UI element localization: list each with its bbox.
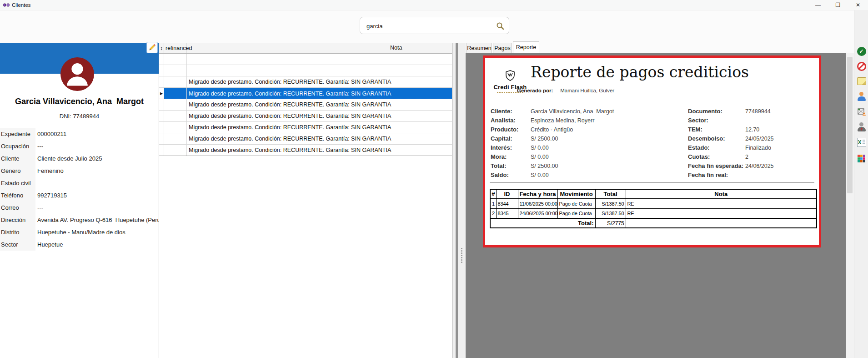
site-map-icon[interactable] [857, 107, 866, 116]
avatar [60, 57, 94, 91]
field-row: ClienteCliente desde Julio 2025 [0, 152, 159, 165]
tab-pagos[interactable]: Pagos [493, 43, 512, 53]
report-field-value: S/ 0.00 [531, 145, 549, 151]
field-label: Correo [0, 202, 35, 214]
report-title: Reporte de pagos crediticios [531, 63, 749, 81]
field-row: DirecciónAvenida AV. Progreso Q-616 Huep… [0, 214, 159, 226]
report-field-label: Fecha fin real: [688, 171, 728, 178]
splitter-grip[interactable] [460, 247, 463, 264]
pencil-icon [148, 44, 156, 51]
report-field-label: Producto: [491, 126, 518, 133]
field-row: Expediente000000211 [0, 128, 159, 140]
notes-grid: ↕ refinanced Nota Migrado desde prestamo… [159, 43, 452, 358]
report-field-value: Espinoza Medina, Royerr [531, 117, 594, 124]
window-title: Clientes [12, 0, 31, 10]
field-value: Cliente desde Julio 2025 [35, 155, 159, 162]
close-icon[interactable]: ✕ [848, 0, 868, 10]
row-marker-icon: ▶ [159, 88, 164, 99]
confirm-icon[interactable]: ✓ [857, 46, 866, 56]
report-field-label: Saldo: [491, 171, 509, 178]
apps-icon[interactable] [857, 154, 866, 163]
client-panel: Garcia Villavicencio, Ana Margot DNI: 77… [0, 43, 159, 358]
report-field-label: Capital: [491, 135, 512, 142]
field-label: Cliente [0, 152, 35, 165]
note-icon[interactable] [857, 76, 866, 86]
report-tabstrip: Resumen Pagos Reporte [466, 41, 846, 53]
report-divider [490, 182, 814, 183]
report-scrollbar[interactable] [846, 53, 854, 358]
col-nota: Nota [626, 189, 817, 199]
col-datetime: Fecha y hora [518, 189, 557, 199]
report-field-label: Fecha fin esperada: [688, 162, 743, 169]
field-label: Sector [0, 238, 35, 251]
report-field-label: Desembolso: [688, 135, 725, 142]
col-id: ID [496, 189, 518, 199]
col-num: # [490, 189, 496, 199]
note-row[interactable]: Migrado desde prestamo. Condición: RECUR… [159, 145, 452, 156]
report-field-value: S/ 0.00 [531, 172, 549, 178]
note-row[interactable] [159, 65, 452, 76]
note-row[interactable] [159, 54, 452, 65]
search-input[interactable] [366, 18, 490, 34]
search-icon[interactable] [496, 22, 504, 30]
pane-splitter[interactable] [452, 43, 466, 358]
report-field-label: Mora: [491, 153, 507, 160]
shield-icon [504, 70, 516, 81]
report-field-value: 2 [745, 154, 748, 160]
grid-header: ↕ refinanced Nota [159, 43, 452, 54]
report-fields: Cliente:Garcia Villavicencio, Ana Margot… [485, 107, 819, 180]
field-value: Huepetue [35, 241, 159, 248]
field-label: Teléfono [0, 189, 35, 202]
field-label: Dirección [0, 214, 35, 226]
report-field-value: 77489944 [745, 108, 771, 115]
note-row-selected[interactable]: ▶Migrado desde prestamo. Condición: RECU… [159, 88, 452, 99]
excel-export-icon[interactable]: X [857, 137, 866, 147]
column-header-refinanced[interactable]: refinanced [164, 43, 186, 53]
client-dni: DNI: 77489944 [0, 113, 159, 120]
report-field-label: Interés: [491, 144, 512, 151]
col-total: Total [595, 189, 626, 199]
field-value: Huepetuhe - Manu/Madre de dios [35, 229, 159, 236]
analyst-icon[interactable] [857, 122, 866, 131]
app-icon [3, 1, 10, 9]
field-value: 992719315 [35, 192, 159, 199]
field-value: --- [35, 204, 159, 211]
report-field-label: Estado: [688, 144, 710, 151]
note-row[interactable]: Migrado desde prestamo. Condición: RECUR… [159, 122, 452, 133]
client-icon[interactable] [857, 91, 866, 101]
total-label: Total: [490, 218, 595, 228]
scrollbar-thumb[interactable] [456, 43, 458, 358]
edit-client-button[interactable] [146, 42, 158, 53]
person-icon [60, 57, 94, 91]
field-row: Ocupación--- [0, 140, 159, 152]
minimize-icon[interactable]: — [808, 0, 828, 10]
total-value: S/2775 [595, 218, 626, 228]
report-field-value: Finalizado [745, 145, 771, 151]
field-row: DistritoHuepetuhe - Manu/Madre de dios [0, 226, 159, 238]
sort-icon[interactable]: ↕ [159, 43, 164, 53]
report-field-value: 12.70 [745, 126, 759, 133]
note-row[interactable]: Migrado desde prestamo. Condición: RECUR… [159, 99, 452, 111]
generated-by: Generado por:Mamani Huillca, Gulver [517, 88, 614, 93]
titlebar: Clientes — ❐ ✕ [0, 0, 868, 10]
note-row[interactable]: Migrado desde prestamo. Condición: RECUR… [159, 111, 452, 122]
column-header-nota[interactable]: Nota [186, 43, 452, 53]
report-field-value: S/ 2500.00 [531, 136, 558, 142]
report-field-label: Cliente: [491, 108, 512, 115]
note-row[interactable]: Migrado desde prestamo. Condición: RECUR… [159, 76, 452, 88]
report-field-value: S/ 2500.00 [531, 163, 558, 169]
search-box [360, 17, 509, 34]
report-scrollbar-thumb[interactable] [847, 57, 853, 193]
app-window: Clientes — ❐ ✕ Garcia Villavicencio, Ana… [0, 0, 868, 358]
field-value: Femenino [35, 167, 159, 174]
tab-reporte[interactable]: Reporte [513, 41, 539, 53]
restore-icon[interactable]: ❐ [828, 0, 848, 10]
field-row: GéneroFemenino [0, 165, 159, 177]
report-field-value: Crédito - Antigüo [531, 126, 573, 133]
field-row: Teléfono992719315 [0, 189, 159, 202]
block-icon[interactable] [857, 61, 866, 71]
report-field-label: Cuotas: [688, 153, 710, 160]
tab-resumen[interactable]: Resumen [467, 43, 492, 53]
note-row[interactable]: Migrado desde prestamo. Condición: RECUR… [159, 133, 452, 145]
field-value: Avenida AV. Progreso Q-616 Huepetuhe (Pe… [35, 217, 159, 223]
